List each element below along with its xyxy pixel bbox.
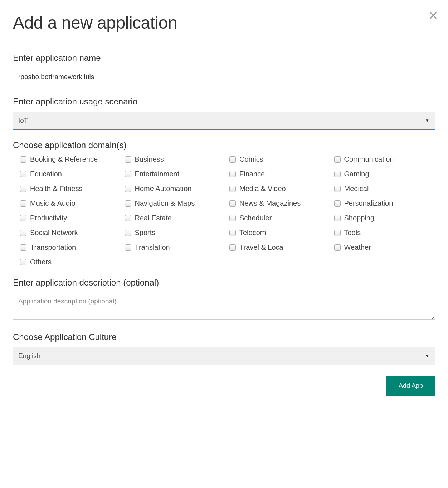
domain-item: Scheduler	[229, 214, 331, 222]
domain-checkbox[interactable]	[125, 244, 131, 251]
culture-selected-value: English	[18, 352, 40, 360]
domain-checkbox[interactable]	[229, 230, 236, 236]
description-textarea[interactable]	[13, 293, 435, 320]
scenario-label: Enter application usage scenario	[13, 97, 435, 107]
domain-item: Business	[125, 155, 226, 164]
domain-label: Health & Fitness	[30, 185, 83, 193]
domain-item: Translation	[125, 243, 226, 252]
domain-item: Personalization	[334, 199, 435, 208]
domain-item: Media & Video	[229, 185, 331, 193]
domain-item: Telecom	[229, 229, 331, 237]
domain-label: Gaming	[344, 170, 369, 178]
culture-select[interactable]: English	[13, 347, 435, 365]
domain-item: Entertainment	[125, 170, 226, 178]
domain-label: Translation	[135, 243, 170, 252]
domain-item: Transportation	[20, 243, 121, 252]
domain-item: Navigation & Maps	[125, 199, 226, 208]
app-name-input[interactable]	[13, 68, 435, 86]
domain-checkbox[interactable]	[20, 156, 26, 163]
domain-checkbox[interactable]	[229, 171, 236, 177]
domain-checkbox[interactable]	[334, 200, 341, 207]
domain-label: Travel & Local	[239, 243, 285, 252]
domain-item: Communication	[334, 155, 435, 164]
domain-item: Others	[20, 258, 121, 266]
domain-checkbox[interactable]	[334, 171, 341, 177]
domain-label: Personalization	[344, 199, 393, 208]
domain-label: Medical	[344, 185, 369, 193]
domain-checkbox[interactable]	[20, 171, 26, 177]
domain-checkbox[interactable]	[229, 200, 236, 207]
domain-item: Shopping	[334, 214, 435, 222]
domain-checkbox[interactable]	[20, 259, 26, 265]
domain-label: Real Estate	[135, 214, 172, 222]
domain-checkbox[interactable]	[125, 156, 131, 163]
close-button[interactable]	[429, 11, 438, 21]
domain-label: Booking & Reference	[30, 155, 98, 164]
domain-item: Productivity	[20, 214, 121, 222]
close-icon	[429, 15, 438, 21]
domain-label: Telecom	[239, 229, 266, 237]
domain-checkbox[interactable]	[334, 244, 341, 251]
domain-label: Shopping	[344, 214, 375, 222]
domain-label: Education	[30, 170, 62, 178]
domain-checkbox[interactable]	[20, 244, 26, 251]
domain-label: Home Automation	[135, 185, 192, 193]
domain-item: Tools	[334, 229, 435, 237]
domain-label: Comics	[239, 155, 263, 164]
domain-label: Business	[135, 155, 164, 164]
domain-item: Travel & Local	[229, 243, 331, 252]
domain-checkbox[interactable]	[20, 215, 26, 221]
domain-item: Education	[20, 170, 121, 178]
domain-label: Communication	[344, 155, 394, 164]
domain-checkbox[interactable]	[229, 156, 236, 163]
domain-checkbox[interactable]	[125, 230, 131, 236]
page-title: Add a new application	[13, 13, 435, 33]
domain-checkbox[interactable]	[20, 200, 26, 207]
domain-label: Weather	[344, 243, 371, 252]
domain-checkbox[interactable]	[229, 186, 236, 192]
domain-checkbox[interactable]	[229, 215, 236, 221]
domain-label: Navigation & Maps	[135, 199, 195, 208]
domain-item: Booking & Reference	[20, 155, 121, 164]
domain-checkbox[interactable]	[20, 186, 26, 192]
domain-checkbox[interactable]	[125, 215, 131, 221]
domain-item: Real Estate	[125, 214, 226, 222]
domain-checkbox[interactable]	[125, 171, 131, 177]
domain-checkbox[interactable]	[20, 230, 26, 236]
divider	[13, 43, 435, 43]
app-name-label: Enter application name	[13, 53, 435, 63]
domain-label: Others	[30, 258, 52, 266]
domain-label: News & Magazines	[239, 199, 301, 208]
domain-item: Medical	[334, 185, 435, 193]
domain-label: Finance	[239, 170, 265, 178]
domain-label: Tools	[344, 229, 361, 237]
domain-checkbox[interactable]	[334, 215, 341, 221]
domain-checkbox[interactable]	[125, 200, 131, 207]
scenario-selected-value: IoT	[18, 117, 28, 125]
domain-checkbox[interactable]	[229, 244, 236, 251]
domain-item: Sports	[125, 229, 226, 237]
description-label: Enter application description (optional)	[13, 278, 435, 288]
domain-item: Gaming	[334, 170, 435, 178]
culture-label: Choose Application Culture	[13, 332, 435, 342]
add-app-button[interactable]: Add App	[386, 376, 435, 396]
domain-item: Weather	[334, 243, 435, 252]
domain-checkbox[interactable]	[334, 230, 341, 236]
domain-checkbox[interactable]	[334, 156, 341, 163]
domain-item: Finance	[229, 170, 331, 178]
domain-checkbox[interactable]	[334, 186, 341, 192]
domain-item: Social Network	[20, 229, 121, 237]
domain-item: Home Automation	[125, 185, 226, 193]
domain-label: Music & Audio	[30, 199, 76, 208]
domain-item: Comics	[229, 155, 331, 164]
domain-label: Sports	[135, 229, 156, 237]
domain-label: Productivity	[30, 214, 67, 222]
domain-checkbox[interactable]	[125, 186, 131, 192]
domain-label: Entertainment	[135, 170, 180, 178]
domain-item: News & Magazines	[229, 199, 331, 208]
domain-item: Health & Fitness	[20, 185, 121, 193]
domain-item: Music & Audio	[20, 199, 121, 208]
scenario-select[interactable]: IoT	[13, 112, 435, 130]
domain-label: Social Network	[30, 229, 78, 237]
domain-label: Media & Video	[239, 185, 286, 193]
